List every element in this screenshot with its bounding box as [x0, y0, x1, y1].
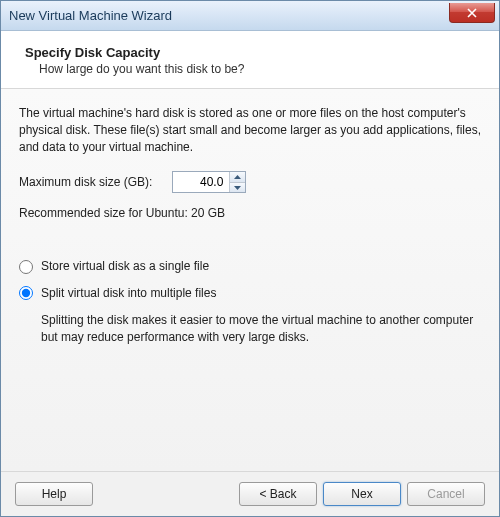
chevron-up-icon [234, 175, 241, 179]
window-title: New Virtual Machine Wizard [7, 8, 172, 23]
wizard-header: Specify Disk Capacity How large do you w… [1, 31, 499, 89]
page-title: Specify Disk Capacity [25, 45, 475, 60]
disk-storage-radio-group: Store virtual disk as a single file Spli… [19, 258, 481, 345]
radio-single-file[interactable]: Store virtual disk as a single file [19, 258, 481, 275]
radio-split-files[interactable]: Split virtual disk into multiple files [19, 285, 481, 302]
spinner-buttons [229, 172, 245, 192]
spinner-up-button[interactable] [230, 172, 245, 183]
back-button[interactable]: < Back [239, 482, 317, 506]
chevron-down-icon [234, 186, 241, 190]
radio-split-files-input[interactable] [19, 286, 33, 300]
close-icon [467, 8, 477, 18]
cancel-button[interactable]: Cancel [407, 482, 485, 506]
recommended-size-text: Recommended size for Ubuntu: 20 GB [19, 205, 481, 222]
radio-split-files-label: Split virtual disk into multiple files [41, 285, 216, 302]
wizard-content: The virtual machine's hard disk is store… [1, 89, 499, 471]
radio-single-file-label: Store virtual disk as a single file [41, 258, 209, 275]
disk-size-row: Maximum disk size (GB): [19, 171, 481, 193]
next-button[interactable]: Nex [323, 482, 401, 506]
button-bar: Help < Back Nex Cancel [1, 471, 499, 516]
description-text: The virtual machine's hard disk is store… [19, 105, 481, 155]
page-subtitle: How large do you want this disk to be? [25, 62, 475, 76]
wizard-window: New Virtual Machine Wizard Specify Disk … [0, 0, 500, 517]
radio-single-file-input[interactable] [19, 260, 33, 274]
disk-size-label: Maximum disk size (GB): [19, 174, 152, 191]
spinner-down-button[interactable] [230, 183, 245, 193]
titlebar: New Virtual Machine Wizard [1, 1, 499, 31]
split-description: Splitting the disk makes it easier to mo… [19, 312, 481, 346]
disk-size-spinner[interactable] [172, 171, 246, 193]
close-button[interactable] [449, 3, 495, 23]
help-button[interactable]: Help [15, 482, 93, 506]
disk-size-input[interactable] [173, 172, 229, 192]
